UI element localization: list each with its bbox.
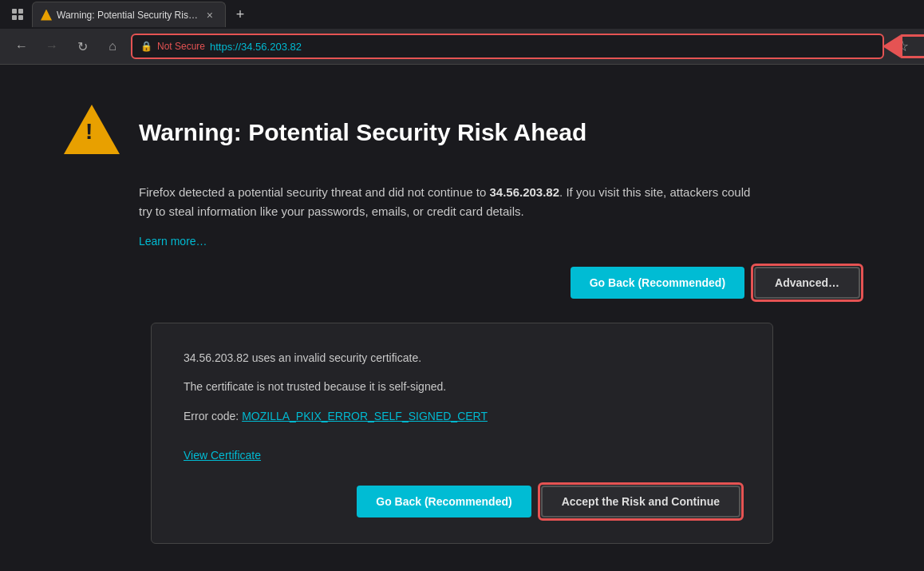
advanced-btn-wrapper: Advanced… (754, 267, 860, 299)
panel-line1: 34.56.203.82 uses an invalid security ce… (184, 349, 740, 367)
svg-rect-1 (18, 9, 23, 14)
advanced-btn[interactable]: Advanced… (754, 267, 860, 299)
accept-btn-wrapper: Accept the Risk and Continue (541, 486, 740, 517)
warning-header: Warning: Potential Security Risk Ahead (64, 105, 860, 161)
home-btn[interactable]: ⌂ (101, 34, 124, 58)
tab-bar: Warning: Potential Security Ris… × + (0, 0, 924, 29)
go-back-btn-panel[interactable]: Go Back (Recommended) (357, 486, 531, 517)
learn-more-link[interactable]: Learn more… (139, 235, 207, 248)
main-content: Warning: Potential Security Risk Ahead F… (0, 65, 924, 571)
warning-triangle-icon (64, 105, 120, 161)
tab-title: Warning: Potential Security Ris… (57, 10, 198, 21)
address-bar[interactable]: 🔒 Not Secure https://34.56.203.82 (131, 34, 884, 59)
go-back-btn-top[interactable]: Go Back (Recommended) (571, 267, 744, 299)
error-label: Error code: (184, 410, 242, 422)
warning-description: Firefox detected a potential security th… (139, 183, 761, 221)
top-button-row: Go Back (Recommended) Advanced… (64, 267, 860, 299)
triangle-shape (64, 105, 120, 154)
back-btn[interactable]: ← (10, 34, 34, 58)
not-secure-label: Not Secure (157, 41, 205, 52)
active-tab[interactable]: Warning: Potential Security Ris… × (32, 2, 226, 27)
svg-rect-2 (12, 15, 17, 20)
accept-risk-btn[interactable]: Accept the Risk and Continue (541, 486, 740, 517)
reload-btn[interactable]: ↻ (70, 34, 94, 58)
address-annotation (883, 34, 924, 58)
view-certificate-link[interactable]: View Certificate (184, 449, 261, 462)
error-code-link[interactable]: MOZILLA_PKIX_ERROR_SELF_SIGNED_CERT (242, 410, 488, 422)
lock-icon: 🔒 (140, 41, 152, 52)
address-url: https://34.56.203.82 (210, 41, 302, 53)
tab-switcher-btn[interactable] (6, 3, 29, 26)
description-before: Firefox detected a potential security th… (139, 185, 489, 199)
annotation-rect (900, 34, 924, 58)
address-bar-wrapper: 🔒 Not Secure https://34.56.203.82 (131, 34, 884, 59)
browser-chrome: Warning: Potential Security Ris… × + ← →… (0, 0, 924, 65)
svg-rect-3 (18, 15, 23, 20)
panel-button-row: Go Back (Recommended) Accept the Risk an… (184, 486, 740, 517)
nav-bar: ← → ↻ ⌂ 🔒 Not Secure https://34.56.203.8… (0, 29, 924, 64)
panel-line2: The certificate is not trusted because i… (184, 378, 740, 395)
bold-url: 34.56.203.82 (489, 185, 559, 199)
svg-rect-0 (12, 9, 17, 14)
page-title: Warning: Potential Security Risk Ahead (139, 119, 586, 146)
advanced-panel: 34.56.203.82 uses an invalid security ce… (151, 323, 773, 544)
tab-close-btn[interactable]: × (203, 8, 217, 22)
annotation-arrow (883, 35, 900, 57)
panel-error-row: Error code: MOZILLA_PKIX_ERROR_SELF_SIGN… (184, 407, 740, 425)
new-tab-btn[interactable]: + (229, 3, 251, 26)
tab-warning-icon (41, 10, 52, 21)
forward-btn[interactable]: → (40, 34, 64, 58)
